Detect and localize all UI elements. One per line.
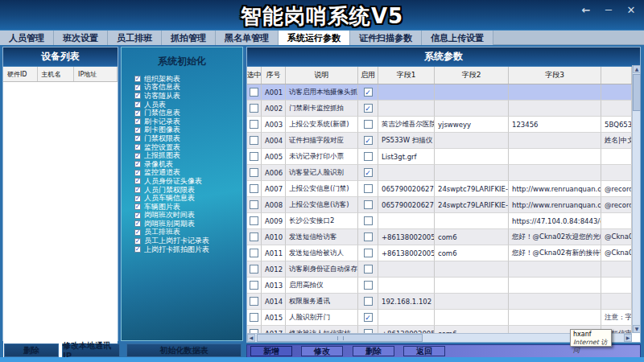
table-row[interactable]: A009长沙公安接口2https://47.104.0.84:8443/crp [247, 213, 640, 229]
tab-人员管理[interactable]: 人员管理 [0, 31, 54, 45]
table-row[interactable]: A015人脸识别开门✓注意：字段05为 [247, 310, 640, 326]
scroll-left-icon[interactable]: ◀ [247, 334, 255, 342]
enabled-checkbox[interactable] [358, 326, 378, 333]
enabled-checkbox[interactable] [364, 265, 373, 274]
enabled-checkbox[interactable] [358, 278, 378, 294]
add-button[interactable]: 新增 [250, 346, 292, 356]
delete-device-button[interactable]: 删除 [4, 343, 59, 357]
init-checkbox[interactable]: ✓ [134, 178, 141, 184]
enabled-checkbox[interactable]: ✓ [358, 84, 378, 101]
table-row[interactable]: A011发送短信给被访人+8613800200500com6您好！@Ckna02… [247, 245, 640, 261]
enabled-checkbox[interactable] [364, 152, 373, 161]
table-row[interactable]: A002门禁刷卡监控抓拍✓ [247, 101, 640, 117]
scroll-up-icon[interactable]: ▲ [633, 65, 641, 73]
enabled-checkbox[interactable] [358, 181, 378, 197]
init-checkbox[interactable]: ✓ [134, 127, 141, 134]
select-checkbox[interactable] [250, 232, 258, 241]
close-icon[interactable]: ✕ [625, 5, 638, 16]
select-checkbox[interactable] [250, 200, 258, 209]
vertical-scrollbar[interactable]: ▲ ▼ [632, 65, 640, 333]
enabled-checkbox[interactable]: ✓ [364, 136, 373, 145]
init-checkbox[interactable]: ✓ [134, 101, 141, 108]
init-checkbox[interactable]: ✓ [134, 144, 141, 150]
select-checkbox[interactable] [250, 249, 258, 257]
select-checkbox[interactable] [247, 133, 262, 149]
select-checkbox[interactable] [247, 165, 262, 181]
enabled-checkbox[interactable] [358, 294, 378, 310]
select-checkbox[interactable] [247, 229, 262, 245]
enabled-checkbox[interactable] [364, 232, 373, 241]
enabled-checkbox[interactable]: ✓ [358, 133, 378, 149]
select-checkbox[interactable] [247, 245, 262, 261]
select-checkbox[interactable] [247, 181, 262, 197]
enabled-checkbox[interactable] [364, 281, 373, 290]
init-checkbox[interactable]: ✓ [134, 118, 141, 125]
init-checkbox[interactable]: ✓ [134, 170, 141, 176]
table-row[interactable]: A012访客刷身份证自动保存 [247, 261, 640, 278]
select-checkbox[interactable] [247, 261, 262, 278]
select-checkbox[interactable] [250, 184, 258, 193]
init-checkbox-item[interactable]: ✓上岗打卡抓拍图片表 [134, 245, 242, 254]
init-checkbox[interactable]: ✓ [134, 229, 141, 236]
enabled-checkbox[interactable]: ✓ [364, 313, 373, 322]
enabled-checkbox[interactable] [364, 120, 373, 129]
enabled-checkbox[interactable]: ✓ [358, 165, 378, 181]
init-checkbox[interactable]: ✓ [134, 76, 141, 82]
enabled-checkbox[interactable]: ✓ [364, 88, 373, 97]
select-checkbox[interactable] [250, 120, 258, 129]
enabled-checkbox[interactable]: ✓ [364, 168, 373, 177]
back-icon[interactable]: ← [580, 5, 592, 16]
enabled-checkbox[interactable]: ✓ [358, 310, 378, 326]
minimize-icon[interactable]: ─ [602, 5, 615, 16]
select-checkbox[interactable] [250, 281, 258, 290]
init-checkbox[interactable]: ✓ [134, 195, 141, 202]
tab-证件扫描参数[interactable]: 证件扫描参数 [350, 31, 422, 45]
select-checkbox[interactable] [247, 294, 262, 310]
select-checkbox[interactable] [250, 104, 258, 113]
select-checkbox[interactable] [250, 168, 258, 177]
table-row[interactable]: A013启用高拍仪 [247, 278, 640, 294]
enabled-checkbox[interactable] [358, 261, 378, 278]
select-checkbox[interactable] [247, 278, 262, 294]
scroll-right-icon[interactable]: ▶ [624, 334, 632, 342]
select-checkbox[interactable] [250, 136, 258, 145]
select-checkbox[interactable] [250, 152, 258, 161]
table-row[interactable]: A007上报公安信息(门禁)06579002062764224swptc79LA… [247, 181, 640, 197]
select-checkbox[interactable] [247, 84, 262, 101]
enabled-checkbox[interactable] [364, 297, 373, 306]
modify-button[interactable]: 修改 [301, 346, 343, 356]
select-checkbox[interactable] [250, 88, 258, 97]
select-checkbox[interactable] [247, 117, 262, 133]
init-checkbox[interactable]: ✓ [134, 212, 141, 219]
device-table-body[interactable] [3, 82, 118, 362]
enabled-checkbox[interactable] [358, 213, 378, 229]
tab-员工排班[interactable]: 员工排班 [108, 31, 162, 45]
horizontal-scroll-thumb[interactable] [257, 334, 423, 342]
select-checkbox[interactable] [247, 310, 262, 326]
table-row[interactable]: A010发送短信给访客+8613800200500com6您好！@Ckna02欢… [247, 229, 640, 245]
init-checkbox[interactable]: ✓ [134, 246, 141, 253]
table-row[interactable]: A005未访记录打印小票List3gt.grf [247, 149, 640, 165]
enabled-checkbox[interactable] [364, 184, 373, 193]
table-row[interactable]: A014权限服务通讯192.168.1.102 [247, 294, 640, 310]
select-checkbox[interactable] [250, 313, 258, 322]
init-checkbox[interactable]: ✓ [134, 187, 141, 193]
tab-班次设置[interactable]: 班次设置 [54, 31, 108, 45]
vertical-scroll-thumb[interactable] [633, 74, 641, 111]
select-checkbox[interactable] [250, 216, 258, 225]
init-checkbox[interactable]: ✓ [134, 161, 141, 167]
select-checkbox[interactable] [247, 326, 262, 333]
enabled-checkbox[interactable] [364, 216, 373, 225]
init-checkbox[interactable]: ✓ [134, 204, 141, 210]
init-checkbox[interactable]: ✓ [134, 93, 141, 99]
enabled-checkbox[interactable] [364, 200, 373, 209]
select-checkbox[interactable] [247, 101, 262, 117]
select-checkbox[interactable] [250, 297, 258, 306]
enabled-checkbox[interactable] [358, 117, 378, 133]
enabled-checkbox[interactable]: ✓ [364, 104, 373, 113]
table-row[interactable]: A004证件扫描字段对应✓PS533W 扫描仪姓名|中文姓名, [247, 133, 640, 149]
init-checkbox[interactable]: ✓ [134, 84, 141, 91]
table-row[interactable]: A008上报公安信息(访客)06579002062764224swptc79LA… [247, 197, 640, 213]
table-row[interactable]: A001访客启用本地摄像头抓拍✓ [247, 84, 640, 101]
enabled-checkbox[interactable]: ✓ [358, 101, 378, 117]
